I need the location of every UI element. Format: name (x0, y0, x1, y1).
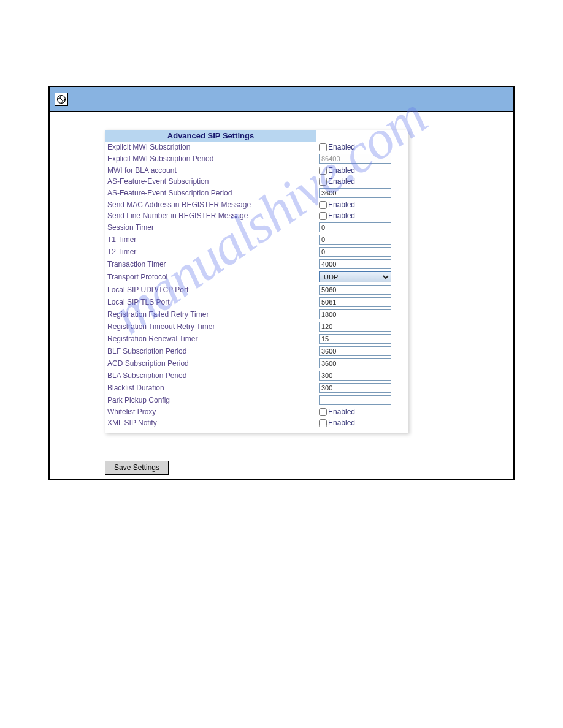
enabled-text: Enabled (328, 143, 355, 151)
row-explicit-mwi-sub: Explicit MWI Subscription Enabled (105, 142, 408, 153)
label-acd-period: ACD Subscription Period (107, 359, 319, 368)
input-session-timer[interactable] (319, 222, 391, 232)
row-session-timer: Session Timer (105, 221, 408, 233)
row-transport: Transport Protocol UDP (105, 270, 408, 284)
label-transaction-timer: Transaction Timer (107, 260, 319, 268)
input-local-udp-port[interactable] (319, 285, 391, 295)
input-bla-period[interactable] (319, 371, 391, 381)
row-local-udp-port: Local SIP UDP/TCP Port (105, 284, 408, 296)
input-explicit-mwi-period[interactable] (319, 154, 391, 164)
label-session-timer: Session Timer (107, 223, 319, 232)
row-reg-renewal: Registration Renewal Timer (105, 333, 408, 345)
label-as-feature-event: AS-Feature-Event Subscription (107, 177, 319, 186)
label-local-udp-port: Local SIP UDP/TCP Port (107, 286, 319, 294)
label-blf-period: BLF Subscription Period (107, 347, 319, 355)
label-t2-timer: T2 Timer (107, 248, 319, 256)
row-send-line: Send Line Number in REGISTER Message Ena… (105, 210, 408, 221)
label-transport: Transport Protocol (107, 273, 319, 281)
spacer-row (50, 446, 513, 457)
checkbox-xml-sip-notify[interactable] (319, 419, 327, 427)
row-t1-timer: T1 Timer (105, 233, 408, 246)
row-bla-period: BLA Subscription Period (105, 370, 408, 382)
row-blacklist-duration: Blacklist Duration (105, 382, 408, 394)
label-local-tls-port: Local SIP TLS Port (107, 298, 319, 306)
page-container: Advanced SIP Settings Explicit MWI Subsc… (48, 86, 515, 480)
label-t1-timer: T1 Timer (107, 235, 319, 244)
input-transaction-timer[interactable] (319, 259, 391, 269)
label-park-pickup: Park Pickup Config (107, 396, 319, 404)
enabled-text: Enabled (328, 408, 355, 416)
content-row: Advanced SIP Settings Explicit MWI Subsc… (50, 112, 513, 446)
row-reg-failed-retry: Registration Failed Retry Timer (105, 308, 408, 320)
checkbox-explicit-mwi-sub[interactable] (319, 143, 327, 151)
header-bar (50, 87, 513, 112)
input-blacklist-duration[interactable] (319, 383, 391, 393)
input-reg-timeout-retry[interactable] (319, 322, 391, 332)
button-row: Save Settings (50, 457, 513, 479)
row-reg-timeout-retry: Registration Timeout Retry Timer (105, 320, 408, 333)
row-mwi-bla: MWI for BLA account Enabled (105, 165, 408, 176)
save-button[interactable]: Save Settings (105, 461, 169, 475)
checkbox-whitelist-proxy[interactable] (319, 408, 327, 416)
settings-panel: Advanced SIP Settings Explicit MWI Subsc… (105, 130, 408, 433)
row-acd-period: ACD Subscription Period (105, 357, 408, 370)
row-as-feature-event: AS-Feature-Event Subscription Enabled (105, 176, 408, 187)
label-send-mac: Send MAC Address in REGISTER Message (107, 200, 319, 209)
input-t2-timer[interactable] (319, 247, 391, 257)
checkbox-send-mac[interactable] (319, 201, 327, 209)
input-park-pickup[interactable] (319, 395, 391, 405)
enabled-text: Enabled (328, 177, 355, 186)
row-explicit-mwi-period: Explicit MWI Subscription Period (105, 153, 408, 165)
enabled-text: Enabled (328, 211, 355, 220)
row-send-mac: Send MAC Address in REGISTER Message Ena… (105, 199, 408, 210)
label-explicit-mwi-period: Explicit MWI Subscription Period (107, 154, 319, 163)
input-blf-period[interactable] (319, 346, 391, 356)
label-as-feature-period: AS-Feature-Event Subscription Period (107, 189, 319, 197)
input-reg-failed-retry[interactable] (319, 309, 391, 319)
label-mwi-bla: MWI for BLA account (107, 166, 319, 175)
checkbox-as-feature-event[interactable] (319, 178, 327, 186)
select-transport[interactable]: UDP (319, 271, 391, 282)
left-sidebar (50, 112, 74, 446)
label-reg-timeout-retry: Registration Timeout Retry Timer (107, 322, 319, 331)
label-bla-period: BLA Subscription Period (107, 371, 319, 380)
label-blacklist-duration: Blacklist Duration (107, 384, 319, 392)
section-title: Advanced SIP Settings (105, 130, 316, 142)
label-explicit-mwi-sub: Explicit MWI Subscription (107, 143, 319, 151)
label-reg-failed-retry: Registration Failed Retry Timer (107, 310, 319, 319)
checkbox-mwi-bla[interactable] (319, 167, 327, 175)
globe-icon (55, 93, 68, 106)
row-whitelist-proxy: Whitelist Proxy Enabled (105, 406, 408, 417)
row-transaction-timer: Transaction Timer (105, 258, 408, 270)
input-reg-renewal[interactable] (319, 334, 391, 344)
enabled-text: Enabled (328, 419, 355, 427)
enabled-text: Enabled (328, 166, 355, 175)
checkbox-send-line[interactable] (319, 212, 327, 220)
row-local-tls-port: Local SIP TLS Port (105, 296, 408, 308)
input-as-feature-period[interactable] (319, 188, 391, 198)
row-as-feature-period: AS-Feature-Event Subscription Period (105, 187, 408, 199)
input-local-tls-port[interactable] (319, 297, 391, 307)
label-send-line: Send Line Number in REGISTER Message (107, 211, 319, 220)
label-whitelist-proxy: Whitelist Proxy (107, 408, 319, 416)
row-blf-period: BLF Subscription Period (105, 345, 408, 357)
row-t2-timer: T2 Timer (105, 246, 408, 258)
label-reg-renewal: Registration Renewal Timer (107, 335, 319, 343)
input-acd-period[interactable] (319, 358, 391, 368)
main-content: Advanced SIP Settings Explicit MWI Subsc… (74, 112, 513, 446)
row-park-pickup: Park Pickup Config (105, 394, 408, 406)
enabled-text: Enabled (328, 200, 355, 209)
row-xml-sip-notify: XML SIP Notify Enabled (105, 417, 408, 428)
input-t1-timer[interactable] (319, 235, 391, 245)
label-xml-sip-notify: XML SIP Notify (107, 419, 319, 427)
